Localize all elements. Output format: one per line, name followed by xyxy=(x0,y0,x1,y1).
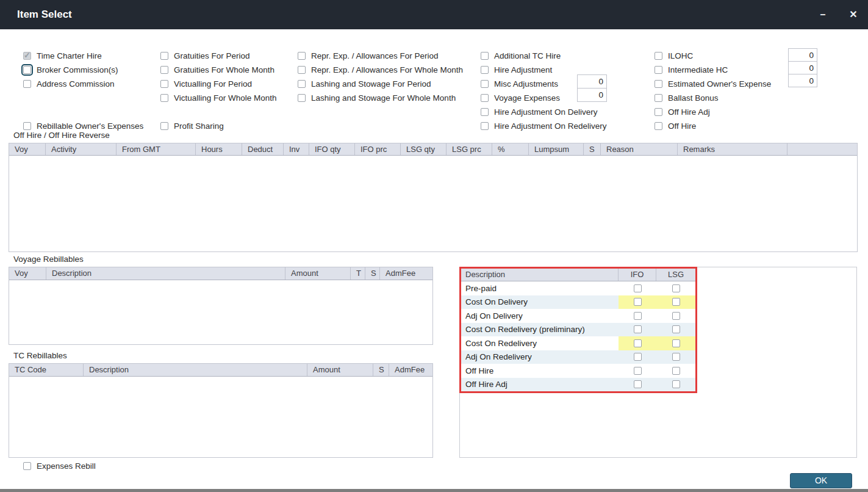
checkbox-label: Estimated Owner's Expense xyxy=(668,79,771,89)
voyage-rebillables-header: Voy Description Amount T S AdmFee xyxy=(9,267,432,280)
column-header: Reason xyxy=(601,143,678,155)
checkbox-row: Lashing and Stowage For Period xyxy=(298,77,463,91)
column-header: IFO qty xyxy=(309,143,355,155)
checkbox-label: Additional TC Hire xyxy=(494,51,561,60)
checkbox-off-hire-adj[interactable] xyxy=(655,108,662,116)
minimize-icon[interactable]: – xyxy=(814,0,831,29)
checkbox-repr-exp-allowances-for-whole-month[interactable] xyxy=(298,66,306,74)
checkbox-row: Off Hire Adj xyxy=(655,105,771,119)
checkbox-row: Lashing and Stowage For Whole Month xyxy=(298,91,463,105)
lsg-checkbox[interactable] xyxy=(672,339,680,347)
checkbox-lashing-and-stowage-for-period[interactable] xyxy=(298,80,306,88)
lsg-checkbox[interactable] xyxy=(672,284,680,292)
checkbox-gratuities-for-period[interactable] xyxy=(160,52,168,60)
ifo-checkbox[interactable] xyxy=(634,380,642,388)
column-header: LSG xyxy=(656,269,695,281)
intermediate-hc-input[interactable] xyxy=(788,61,817,74)
checkbox-label: Rebillable Owner's Expenses xyxy=(37,121,143,131)
checkbox-gratuities-for-whole-month[interactable] xyxy=(160,66,168,74)
lsg-checkbox[interactable] xyxy=(672,353,680,361)
lsg-checkbox[interactable] xyxy=(672,367,680,375)
column-header: Description xyxy=(46,267,285,280)
lsg-checkbox[interactable] xyxy=(672,312,680,320)
checkbox-hire-adjustment[interactable] xyxy=(481,66,489,74)
checkbox-rebillable-owners-expenses[interactable] xyxy=(23,122,31,130)
column-header: LSG qty xyxy=(401,143,447,155)
ifo-checkbox[interactable] xyxy=(634,284,642,292)
checkbox-voyage-expenses[interactable] xyxy=(481,94,489,102)
checkbox-lashing-and-stowage-for-whole-month[interactable] xyxy=(298,94,306,102)
tc-rebillables-header: TC Code Description Amount S AdmFee xyxy=(9,364,432,377)
lsg-checkbox[interactable] xyxy=(672,380,680,388)
checkbox-label: Off Hire xyxy=(668,121,696,131)
checkbox-label: Ballast Bonus xyxy=(668,93,719,103)
table-row: Off Hire xyxy=(461,364,695,378)
checkbox-label: Off Hire Adj xyxy=(668,107,710,117)
misc-adjustments-input[interactable] xyxy=(577,74,607,89)
table-row: Cost On Delivery xyxy=(461,295,695,309)
checkbox-hire-adjustment-on-delivery[interactable] xyxy=(481,108,489,116)
row-label: Off Hire xyxy=(461,366,619,375)
checkbox-label: Misc Adjustments xyxy=(494,79,558,89)
checkbox-intermediate-hc[interactable] xyxy=(655,66,662,74)
checkbox-label: Address Commission xyxy=(37,79,115,89)
checkbox-time-charter-hire[interactable] xyxy=(23,52,31,60)
column-header-filler xyxy=(787,143,857,155)
delivery-table-body: Pre-paid Cost On Delivery Adj On Deliver… xyxy=(461,281,695,391)
row-label: Cost On Redelivery (preliminary) xyxy=(461,325,619,334)
ifo-checkbox[interactable] xyxy=(634,312,642,320)
lsg-checkbox[interactable] xyxy=(672,325,680,333)
checkbox-address-commission[interactable] xyxy=(23,80,31,88)
tc-rebillables-table: TC Code Description Amount S AdmFee xyxy=(9,363,433,458)
checkbox-row: Hire Adjustment On Redelivery xyxy=(481,119,607,133)
checkbox-victualling-for-whole-month[interactable] xyxy=(160,94,168,102)
ilohc-input[interactable] xyxy=(788,48,817,62)
checkbox-label: Profit Sharing xyxy=(174,121,224,131)
checkbox-label: Broker Commission(s) xyxy=(37,65,118,74)
checkbox-row: Gratuities For Whole Month xyxy=(160,63,277,77)
column-header: Inv xyxy=(284,143,309,155)
voyage-expenses-input[interactable] xyxy=(577,88,607,102)
table-row: Cost On Redelivery xyxy=(461,336,695,350)
ifo-checkbox[interactable] xyxy=(634,325,642,333)
table-row: Adj On Delivery xyxy=(461,309,695,323)
checkbox-expenses-rebill[interactable] xyxy=(23,462,31,470)
checkbox-estimated-owners-expense[interactable] xyxy=(655,80,662,88)
checkbox-off-hire[interactable] xyxy=(655,122,662,130)
column-header: AdmFee xyxy=(380,267,432,280)
ifo-checkbox[interactable] xyxy=(634,339,642,347)
checkbox-hire-adjustment-on-redelivery[interactable] xyxy=(481,122,489,130)
checkbox-row: Victualling For Whole Month xyxy=(160,91,277,105)
ok-button[interactable]: OK xyxy=(790,473,852,488)
row-label: Cost On Delivery xyxy=(461,297,619,306)
ifo-checkbox[interactable] xyxy=(634,353,642,361)
close-icon[interactable]: ✕ xyxy=(845,0,862,29)
checkbox-repr-exp-allowances-for-period[interactable] xyxy=(298,52,306,60)
column-header: Remarks xyxy=(678,143,787,155)
checkbox-ilohc[interactable] xyxy=(655,52,662,60)
lsg-checkbox[interactable] xyxy=(672,298,680,306)
row-label: Adj On Redelivery xyxy=(461,352,619,361)
checkbox-label: Voyage Expenses xyxy=(494,93,560,103)
checkbox-ballast-bonus[interactable] xyxy=(655,94,662,102)
checkbox-additional-tc-hire[interactable] xyxy=(481,52,489,60)
column-header: IFO xyxy=(619,269,656,281)
checkbox-misc-adjustments[interactable] xyxy=(481,80,489,88)
checkbox-broker-commissions[interactable] xyxy=(23,66,31,74)
delivery-table-header: Description IFO LSG xyxy=(461,269,695,281)
checkbox-label: Victualling For Period xyxy=(174,79,252,89)
column-header: S xyxy=(373,364,389,376)
ifo-checkbox[interactable] xyxy=(634,298,642,306)
checkbox-row: Additional TC Hire xyxy=(481,49,607,63)
checkbox-label: Gratuities For Period xyxy=(174,51,250,60)
estimated-owners-expense-input[interactable] xyxy=(788,74,817,87)
checkbox-row: Repr. Exp. / Allowances For Period xyxy=(298,49,463,63)
checkbox-label: Hire Adjustment On Delivery xyxy=(494,107,598,117)
column-header: From GMT xyxy=(117,143,196,155)
table-row: Cost On Redelivery (preliminary) xyxy=(461,323,695,337)
checkbox-profit-sharing[interactable] xyxy=(160,122,168,130)
ifo-checkbox[interactable] xyxy=(634,367,642,375)
column-header: Hours xyxy=(196,143,242,155)
checkbox-victualling-for-period[interactable] xyxy=(160,80,168,88)
checkbox-label: Intermediate HC xyxy=(668,65,728,74)
